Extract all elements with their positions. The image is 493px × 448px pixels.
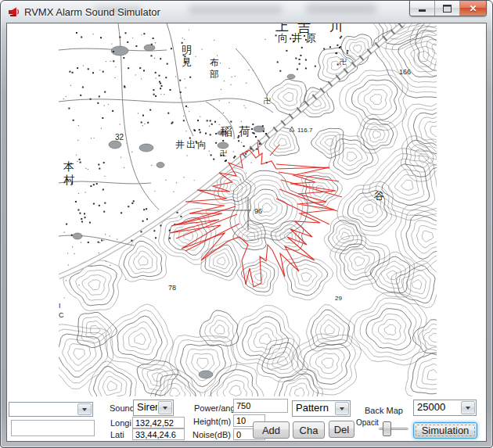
svg-text:32: 32: [115, 133, 124, 142]
add-button-label: Add: [262, 425, 280, 436]
latitude-input[interactable]: [132, 428, 185, 440]
svg-text:29: 29: [335, 295, 342, 302]
svg-text:井出向: 井出向: [175, 139, 208, 150]
topographic-map: 上吉川向井原明見布部稲荷井出向本村谷卍卍卍IC3296116.71667829: [59, 23, 437, 396]
opacity-slider-thumb[interactable]: [383, 421, 391, 436]
longitude-label: Longi: [110, 418, 131, 428]
maximize-button[interactable]: [435, 1, 460, 16]
svg-text:村: 村: [63, 174, 74, 186]
svg-text:96: 96: [254, 207, 262, 215]
svg-text:向井原: 向井原: [278, 32, 320, 44]
height-label: Height(m): [193, 417, 231, 426]
app-icon: [8, 5, 20, 18]
power-input[interactable]: [233, 399, 288, 413]
svg-text:本: 本: [63, 160, 74, 173]
sound-combo[interactable]: Siren: [133, 400, 174, 416]
caption-buttons: ✕: [409, 1, 487, 16]
cha-button[interactable]: Cha: [293, 421, 325, 439]
simulation-button-label: Simulation: [422, 425, 470, 436]
chevron-down-icon: [340, 407, 344, 410]
scale-combo-arrow[interactable]: [461, 401, 475, 414]
title-bar[interactable]: RVMX Alarm Sound Simulator ✕: [1, 1, 492, 23]
backmap-label: Back Map: [365, 406, 403, 415]
close-button[interactable]: ✕: [460, 1, 486, 16]
sound-label: Sound: [110, 403, 135, 413]
svg-text:卍: 卍: [220, 149, 227, 157]
scale-combo-value: 25000: [414, 400, 460, 415]
svg-text:稲荷: 稲荷: [220, 124, 257, 138]
svg-text:78: 78: [168, 284, 176, 292]
cha-button-label: Cha: [300, 425, 318, 436]
maximize-icon: [443, 5, 452, 13]
minimize-button[interactable]: [410, 1, 435, 16]
noise-label: Noise(dB): [193, 430, 231, 439]
svg-text:見: 見: [182, 56, 192, 68]
svg-text:C: C: [59, 311, 64, 319]
screen: RVMX Alarm Sound Simulator ✕ 上吉川向井原明見布部稲…: [0, 0, 493, 448]
chevron-down-icon: [163, 407, 167, 410]
close-icon: ✕: [469, 4, 477, 13]
latitude-label: Lati: [110, 430, 124, 439]
app-window: RVMX Alarm Sound Simulator ✕ 上吉川向井原明見布部稲…: [0, 0, 493, 448]
svg-text:116.7: 116.7: [297, 127, 313, 134]
sound-combo-value: Siren: [134, 400, 157, 415]
pattern-combo-value: Pattern: [293, 401, 334, 416]
svg-text:谷: 谷: [374, 190, 384, 202]
svg-text:布: 布: [210, 57, 219, 68]
pattern-combo[interactable]: Pattern: [292, 400, 351, 417]
svg-text:川: 川: [329, 23, 343, 34]
svg-text:166: 166: [399, 68, 411, 76]
chevron-down-icon: [82, 408, 87, 411]
map-canvas[interactable]: 上吉川向井原明見布部稲荷井出向本村谷卍卍卍IC3296116.71667829: [59, 23, 437, 396]
svg-text:部: 部: [209, 69, 219, 80]
window-title: RVMX Alarm Sound Simulator: [24, 6, 160, 18]
add-button[interactable]: Add: [253, 421, 290, 439]
svg-text:卍: 卍: [264, 97, 271, 105]
chevron-down-icon: [466, 407, 470, 410]
client-area: 上吉川向井原明見布部稲荷井出向本村谷卍卍卍IC3296116.71667829 …: [6, 23, 487, 442]
scale-combo[interactable]: 25000: [413, 400, 477, 416]
svg-text:卍: 卍: [340, 58, 347, 66]
preset-combo-arrow[interactable]: [77, 403, 92, 415]
del-button-label: Del: [334, 424, 350, 435]
preset-combo[interactable]: [9, 402, 93, 417]
longitude-input[interactable]: [132, 417, 185, 428]
glass-reflection: [306, 4, 376, 13]
sound-combo-arrow[interactable]: [158, 401, 172, 414]
del-button[interactable]: Del: [329, 421, 354, 438]
preset-name-input[interactable]: [11, 420, 95, 436]
svg-text:I: I: [59, 302, 61, 310]
glass-reflection: [189, 5, 282, 13]
minimize-icon: [419, 9, 426, 12]
power-label: Power/ang: [194, 403, 236, 413]
opacity-label: Opacit: [356, 418, 379, 427]
pattern-combo-arrow[interactable]: [335, 402, 349, 415]
svg-text:明: 明: [182, 44, 192, 56]
preset-combo-value: [9, 403, 77, 416]
simulation-button[interactable]: Simulation: [413, 422, 477, 439]
